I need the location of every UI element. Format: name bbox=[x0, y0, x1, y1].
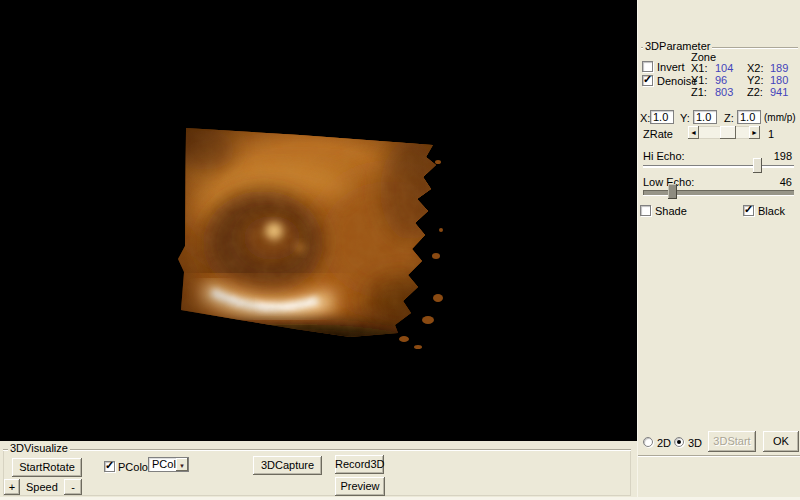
pcolor-label: PColor bbox=[118, 462, 152, 473]
pcolor-checkbox[interactable] bbox=[104, 461, 115, 472]
invert-checkbox[interactable] bbox=[642, 61, 653, 72]
low-echo-slider[interactable] bbox=[643, 184, 794, 200]
shade-checkbox[interactable] bbox=[640, 205, 651, 216]
zone-y2-value: 180 bbox=[770, 75, 788, 86]
scroll-left-icon[interactable] bbox=[688, 126, 699, 139]
3dstart-button[interactable]: 3DStart bbox=[708, 431, 756, 452]
zone-z1-value: 803 bbox=[715, 87, 733, 98]
zone-x1-value: 104 bbox=[715, 63, 733, 74]
3dcapture-button[interactable]: 3DCapture bbox=[253, 456, 322, 475]
low-echo-track[interactable] bbox=[643, 190, 794, 195]
record3d-button[interactable]: Record3D bbox=[335, 455, 384, 474]
pcolor-combobox[interactable]: PColor bbox=[148, 457, 189, 472]
zone-y1-value: 96 bbox=[715, 75, 727, 86]
zone-z1-label: Z1: bbox=[691, 87, 707, 98]
panel-divider bbox=[638, 455, 800, 457]
x-scale-label: X: bbox=[640, 113, 650, 124]
invert-label: Invert bbox=[657, 62, 685, 73]
black-checkbox[interactable] bbox=[743, 205, 754, 216]
visualize-groupbox-title: 3DVisualize bbox=[8, 443, 70, 454]
shade-label: Shade bbox=[655, 206, 687, 217]
zrate-label: ZRate bbox=[643, 129, 673, 140]
speed-label: Speed bbox=[26, 482, 58, 493]
speed-minus-button[interactable]: - bbox=[64, 479, 82, 495]
visualize-panel: 3DVisualize StartRotate + Speed - PColor… bbox=[0, 441, 637, 500]
hi-echo-track[interactable] bbox=[643, 165, 794, 168]
scroll-right-icon[interactable] bbox=[749, 126, 760, 139]
mode-3d-label: 3D bbox=[688, 438, 702, 449]
zone-x2-value: 189 bbox=[770, 63, 788, 74]
app-window: 3DParameter Invert Denoise Zone X1: 104 … bbox=[0, 0, 800, 500]
zone-z2-value: 941 bbox=[770, 87, 788, 98]
ultrasound-render bbox=[0, 0, 637, 441]
speed-plus-button[interactable]: + bbox=[4, 479, 20, 495]
low-echo-thumb[interactable] bbox=[668, 184, 677, 199]
black-label: Black bbox=[758, 206, 785, 217]
zrate-scrollbar[interactable] bbox=[688, 126, 760, 139]
mode-3d-radio[interactable] bbox=[674, 437, 684, 447]
zrate-value: 1 bbox=[768, 129, 774, 140]
radio-dot-icon bbox=[677, 440, 681, 444]
zone-y2-label: Y2: bbox=[747, 75, 764, 86]
hi-echo-thumb[interactable] bbox=[753, 158, 762, 173]
check-icon bbox=[105, 459, 114, 472]
y-scale-label: Y: bbox=[680, 113, 690, 124]
scale-unit-label: (mm/p) bbox=[764, 112, 796, 123]
check-icon bbox=[744, 203, 753, 216]
check-icon bbox=[643, 73, 652, 86]
denoise-checkbox[interactable] bbox=[642, 75, 653, 86]
z-scale-label: Z: bbox=[724, 113, 734, 124]
dropdown-arrow-icon[interactable] bbox=[176, 458, 188, 471]
zone-x1-label: X1: bbox=[691, 63, 708, 74]
z-scale-input[interactable] bbox=[737, 110, 761, 124]
visualize-groupbox-border bbox=[3, 449, 631, 451]
zone-x2-label: X2: bbox=[747, 63, 764, 74]
mode-2d-label: 2D bbox=[657, 438, 671, 449]
hi-echo-slider[interactable] bbox=[643, 158, 794, 174]
zone-y1-label: Y1: bbox=[691, 75, 708, 86]
preview-button[interactable]: Preview bbox=[335, 477, 385, 496]
zrate-scroll-thumb[interactable] bbox=[720, 126, 736, 139]
x-scale-input[interactable] bbox=[650, 110, 674, 124]
ok-button[interactable]: OK bbox=[763, 431, 799, 452]
start-rotate-button[interactable]: StartRotate bbox=[12, 458, 82, 477]
y-scale-input[interactable] bbox=[693, 110, 717, 124]
parameter-panel: 3DParameter Invert Denoise Zone X1: 104 … bbox=[637, 0, 800, 500]
zone-z2-label: Z2: bbox=[747, 87, 763, 98]
zrate-scroll-track[interactable] bbox=[699, 126, 749, 139]
render-viewport[interactable] bbox=[0, 0, 637, 441]
mode-2d-radio[interactable] bbox=[643, 437, 653, 447]
